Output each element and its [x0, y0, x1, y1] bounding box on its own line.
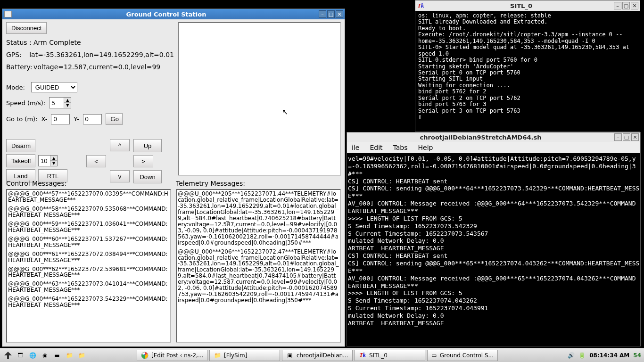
takeoff-button[interactable]: Takeoff	[6, 154, 35, 167]
yaw-right-button[interactable]: >	[133, 155, 153, 167]
goto-y-input[interactable]	[83, 114, 102, 124]
chroot-titlebar[interactable]: chrootjailDebian9StretchAMD64.sh – ▢ ✕	[347, 132, 640, 142]
terminal-icon[interactable]: ▬	[52, 350, 62, 361]
file-manager-icon[interactable]: 🗔	[15, 350, 25, 361]
tk-icon: Tk	[359, 352, 366, 359]
folder2-icon[interactable]: 📁	[76, 350, 87, 361]
gcs-app-icon	[4, 11, 12, 17]
map-canvas[interactable]	[178, 22, 341, 176]
battery-label: Battery:	[6, 63, 33, 71]
goto-x-label: X-	[41, 115, 48, 123]
control-messages-header: Control Messages:	[6, 180, 171, 187]
control-message-item[interactable]: @@@G_000***59***1652237071.036041***COMM…	[8, 221, 169, 233]
goto-y-label: Y-	[74, 115, 79, 123]
telemetry-message-item[interactable]: @@@U_000***205***1652237071.44***TELEMET…	[178, 191, 339, 246]
telemetry-messages-list[interactable]: @@@U_000***205***1652237071.44***TELEMET…	[176, 189, 341, 343]
gcs-title: Ground Control Station	[14, 11, 319, 18]
goto-label: Go to (m):	[6, 115, 38, 123]
chroot-terminal[interactable]: vel=99#velocity|[0.01, -0.05, 0.0]#attit…	[347, 153, 640, 346]
control-messages-list[interactable]: @@@G_000***57***1652237070.03395***COMMA…	[6, 189, 171, 343]
minimize-icon[interactable]: –	[614, 2, 621, 9]
sitl-terminal[interactable]: os: linux, apm: copter, release: stable …	[415, 11, 640, 132]
clock[interactable]: 08:14:34 AM	[589, 352, 629, 359]
close-icon[interactable]: ✕	[336, 10, 343, 18]
status-value: Arm Complete	[33, 39, 81, 46]
taskbar-item[interactable]: [Edit Post ‹ ns-2,...	[137, 350, 207, 361]
taskbar-item[interactable]: ▣chrootjailDebian...	[282, 350, 353, 361]
go-button[interactable]: Go	[106, 113, 123, 125]
globe-icon[interactable]: ◉	[40, 350, 50, 361]
control-message-item[interactable]: @@@G_000***57***1652237070.03395***COMMA…	[8, 191, 169, 203]
telemetry-messages-header: Telemetry Messages:	[176, 180, 341, 187]
control-message-item[interactable]: @@@G_000***64***1652237073.542329***COMM…	[8, 296, 169, 308]
takeoff-alt-input[interactable]	[39, 156, 50, 165]
taskbar-item-label: Ground Control S...	[440, 352, 494, 359]
goto-x-input[interactable]	[51, 114, 70, 124]
control-message-item[interactable]: @@@G_000***60***1652237071.537267***COMM…	[8, 236, 169, 248]
gcs-titlebar[interactable]: Ground Control Station – ▢ ✕	[2, 9, 345, 19]
pitch-up-button[interactable]: ^	[110, 139, 130, 151]
speed-label: Speed (m/s):	[6, 99, 45, 107]
gps-value: lat=-35.363261,lon=149.1652299,alt=0.01	[29, 51, 174, 58]
control-message-item[interactable]: @@@G_000***58***1652237070.535068***COMM…	[8, 206, 169, 218]
sitl-title: SITL_0	[429, 2, 614, 9]
speed-input[interactable]	[50, 99, 64, 107]
spin-down-icon[interactable]: ▼	[64, 103, 71, 108]
maximize-icon[interactable]: ▢	[623, 133, 630, 141]
menu-file[interactable]: ile	[352, 144, 359, 151]
sitl-window: Tk SITL_0 – ▢ ✕ os: linux, apm: copter, …	[415, 0, 640, 132]
yaw-left-button[interactable]: <	[86, 155, 106, 167]
taskbar: 🗔 🌐 ◉ ▬ 📁 📁 [Edit Post ‹ ns-2,...📁[FlySi…	[0, 348, 644, 362]
mode-select[interactable]: GUIDED	[31, 82, 77, 92]
minimize-icon[interactable]: –	[614, 133, 622, 141]
telemetry-message-item[interactable]: @@@U_000***206***1652237072.47***TELEMET…	[178, 249, 339, 304]
volume-icon[interactable]: 🔊	[568, 352, 575, 359]
chroot-menubar: ile Edit Tabs Help	[347, 142, 640, 153]
app-icon: ▭	[431, 352, 437, 359]
minimize-icon[interactable]: –	[319, 10, 326, 18]
menu-tabs[interactable]: Tabs	[393, 144, 408, 151]
gps-label: GPS:	[6, 51, 29, 58]
taskbar-item-label: chrootjailDebian...	[297, 352, 348, 359]
maximize-icon[interactable]: ▢	[327, 10, 335, 18]
taskbar-item[interactable]: 📁[FlySim]	[209, 350, 280, 361]
disarm-button[interactable]: Disarm	[6, 139, 35, 152]
gcs-window: Ground Control Station – ▢ ✕ Disconnect …	[2, 8, 345, 347]
menu-edit[interactable]: Edit	[370, 144, 382, 151]
chroot-title: chrootjailDebian9StretchAMD64.sh	[347, 134, 614, 141]
disconnect-button[interactable]: Disconnect	[6, 22, 47, 34]
up-button[interactable]: Up	[133, 139, 162, 152]
control-message-item[interactable]: @@@G_000***61***1652237072.038494***COMM…	[8, 251, 169, 263]
mode-label: Mode:	[6, 84, 25, 91]
folder-icon: 📁	[214, 352, 221, 359]
control-message-item[interactable]: @@@G_000***62***1652237072.539681***COMM…	[8, 266, 169, 279]
taskbar-item[interactable]: ▭Ground Control S...	[427, 350, 498, 361]
taskbar-item-label: [FlySim]	[224, 352, 247, 359]
sitl-titlebar[interactable]: Tk SITL_0 – ▢ ✕	[415, 0, 640, 11]
taskbar-item[interactable]: TkSITL_0	[355, 350, 425, 361]
battery-value: voltage=12.587,current=0.0,level=99	[33, 63, 160, 71]
close-icon[interactable]: ✕	[631, 2, 638, 9]
battery-percent: 54	[633, 352, 641, 359]
speed-spinner[interactable]: ▲▼	[49, 97, 71, 108]
taskbar-item-label: SITL_0	[369, 352, 388, 359]
status-label: Status :	[6, 39, 33, 46]
close-icon[interactable]: ✕	[631, 133, 639, 141]
start-menu-icon[interactable]	[3, 350, 13, 361]
maximize-icon[interactable]: ▢	[622, 2, 630, 9]
folder-icon[interactable]: 📁	[64, 350, 74, 361]
chroot-window: chrootjailDebian9StretchAMD64.sh – ▢ ✕ i…	[347, 132, 641, 346]
takeoff-alt-spinner[interactable]: ▲▼	[38, 155, 58, 166]
tk-icon: Tk	[417, 2, 426, 9]
spin-up-icon[interactable]: ▲	[64, 98, 71, 103]
browser-icon[interactable]: 🌐	[27, 350, 38, 361]
control-message-item[interactable]: @@@G_000***63***1652237073.041014***COMM…	[8, 281, 169, 293]
terminal-icon: ▣	[286, 352, 294, 359]
chrome-icon	[141, 352, 149, 359]
battery-icon[interactable]: 🔋	[578, 352, 586, 359]
nav-cluster: ^ Up < > v Down	[86, 139, 154, 183]
taskbar-item-label: [Edit Post ‹ ns-2,...	[151, 352, 203, 359]
menu-help[interactable]: Help	[418, 144, 433, 151]
